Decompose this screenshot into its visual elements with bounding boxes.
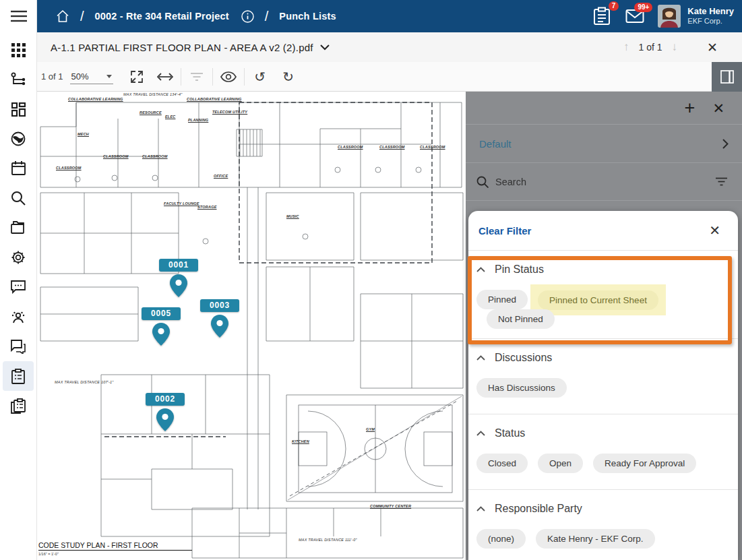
plan-room-label: KITCHEN (292, 439, 309, 443)
projects-folders-icon[interactable] (3, 213, 34, 243)
dashboard-icon[interactable] (3, 94, 34, 124)
filter-section-pin-status: Pin Status Pinned Pinned to Current Shee… (468, 251, 738, 339)
toolbar-page-indicator: 1 of 1 (41, 71, 63, 82)
rotate-right-icon[interactable]: ↻ (274, 63, 303, 90)
tasks-notification-icon[interactable]: 7 (593, 7, 611, 26)
breadcrumb-section[interactable]: Punch Lists (279, 11, 336, 22)
plan-annotations: COLLABORATIVE LEARNINGMAX TRAVEL DISTANC… (37, 92, 466, 560)
search-nav-icon[interactable] (3, 183, 34, 213)
mail-notification-icon[interactable]: 99+ (625, 8, 644, 24)
plan-room-label: CLASSROOM (142, 154, 168, 158)
plan-room-label: MAX TRAVEL DISTANCE 111'-0" (299, 538, 357, 542)
punch-pin-0002[interactable]: 0002 (146, 393, 185, 431)
filter-chip-none[interactable]: (none) (476, 529, 526, 549)
zoom-level-value: 50% (71, 71, 89, 82)
chip-row: Pinned Pinned to Current Sheet Not Pinne… (476, 290, 730, 329)
search-icon (476, 176, 489, 188)
punch-pin-0003[interactable]: 0003 (200, 299, 239, 338)
team-icon[interactable] (3, 302, 34, 332)
sidebar-nav (0, 35, 36, 421)
filter-chip-not-pinned[interactable]: Not Pinned (487, 309, 555, 329)
section-title: Status (495, 427, 525, 439)
chevron-up-icon (476, 506, 485, 511)
filter-chip-kate-henry[interactable]: Kate Henry - EKF Corp. (536, 529, 655, 549)
plan-room-label: STORAGE (197, 205, 217, 209)
project-info-icon[interactable] (241, 10, 254, 23)
filter-chip-pinned-to-current-sheet[interactable]: Pinned to Current Sheet (538, 290, 658, 310)
app-window: / 0002 - Rte 304 Retail Project / Punch … (0, 0, 742, 560)
prev-document-icon[interactable]: ↑ (623, 40, 629, 54)
filter-pins-icon[interactable] (183, 63, 211, 90)
home-icon[interactable] (56, 9, 69, 23)
close-panel-icon[interactable]: ✕ (712, 101, 724, 115)
apps-grid-icon[interactable] (3, 35, 34, 65)
plan-canvas[interactable]: COLLABORATIVE LEARNINGMAX TRAVEL DISTANC… (37, 92, 466, 560)
settings-gear-icon[interactable] (3, 243, 34, 272)
punch-pin-0005[interactable]: 0005 (142, 307, 181, 346)
user-menu[interactable]: Kate Henry EKF Corp. (658, 5, 734, 28)
left-sidebar (0, 0, 37, 560)
saved-view-label: Default (479, 138, 722, 150)
fit-width-icon[interactable] (151, 63, 179, 90)
chip-row: Has Discussions (476, 378, 730, 398)
pin-id-label: 0005 (142, 307, 181, 320)
section-header-discussions[interactable]: Discussions (476, 352, 730, 364)
workflow-icon[interactable] (3, 65, 34, 94)
zoom-level-select[interactable]: 50% (70, 69, 113, 84)
hamburger-menu-icon[interactable] (0, 0, 37, 32)
chat-bubbles-icon[interactable] (3, 332, 34, 361)
app-header: / 0002 - Rte 304 Retail Project / Punch … (37, 0, 742, 32)
globe-icon[interactable] (3, 124, 34, 154)
section-header-pin-status[interactable]: Pin Status (476, 263, 730, 276)
side-panel-toggle-button[interactable] (712, 62, 742, 92)
comment-dots-icon[interactable] (3, 272, 34, 302)
map-pin-icon (211, 315, 228, 338)
fit-page-icon[interactable] (123, 63, 151, 90)
document-title-dropdown[interactable]: A-1.1 PARTIAL FIRST FLOOR PLAN - AREA A … (51, 42, 330, 53)
panel-search-row (466, 163, 742, 201)
clear-filter-button[interactable]: Clear Filter (478, 225, 709, 237)
filter-funnel-icon[interactable] (716, 177, 727, 186)
punch-list-icon[interactable] (3, 361, 34, 391)
plan-footer: CODE STUDY PLAN - FIRST FLOOR 1/16" = 1'… (38, 541, 192, 556)
filter-section-discussions: Discussions Has Discussions (468, 339, 738, 414)
chevron-right-icon (722, 139, 729, 149)
filter-chip-has-discussions[interactable]: Has Discussions (476, 378, 567, 398)
chevron-up-icon (476, 267, 485, 272)
plan-room-label: CLASSROOM (56, 166, 82, 170)
calendar-icon[interactable] (3, 154, 34, 183)
document-titlebar: A-1.1 PARTIAL FIRST FLOOR PLAN - AREA A … (37, 32, 742, 62)
map-pin-icon (156, 408, 174, 431)
punch-pin-0001[interactable]: 0001 (159, 259, 198, 297)
tasks-badge: 7 (609, 1, 619, 11)
punch-list-panel: + ✕ Default Clear Filter ✕ Pin Status (466, 92, 742, 560)
plan-room-label: MUSIC (286, 214, 299, 218)
next-document-icon[interactable]: ↓ (672, 40, 678, 54)
add-punch-icon[interactable]: + (685, 99, 695, 117)
breadcrumb-project[interactable]: 0002 - Rte 304 Retail Project (95, 11, 229, 22)
rotate-left-icon[interactable]: ↺ (246, 63, 274, 90)
section-header-status[interactable]: Status (476, 427, 730, 439)
filter-chip-pinned[interactable]: Pinned (476, 290, 528, 309)
filter-chip-ready-for-approval[interactable]: Ready For Approval (593, 454, 696, 473)
plan-room-label: OFFICE (214, 174, 228, 178)
section-title: Pin Status (495, 263, 544, 276)
filter-chip-open[interactable]: Open (538, 454, 583, 473)
section-header-responsible-party[interactable]: Responsible Party (476, 503, 730, 515)
filter-chip-closed[interactable]: Closed (476, 454, 528, 473)
plan-room-label: COLLABORATIVE LEARNING (68, 97, 123, 101)
saved-view-row[interactable]: Default (466, 125, 742, 163)
map-pin-icon (170, 274, 187, 297)
plan-room-label: TELECOM UTILITY (212, 110, 247, 114)
close-filter-icon[interactable]: ✕ (709, 222, 720, 239)
visibility-eye-icon[interactable] (214, 63, 243, 90)
plan-room-label: CLASSROOM (379, 145, 405, 149)
close-document-icon[interactable]: ✕ (707, 40, 718, 55)
plan-room-label: MAX TRAVEL DISTANCE 134'-4" (123, 92, 182, 96)
mail-badge: 99+ (634, 3, 652, 12)
search-input[interactable] (495, 177, 716, 187)
section-title: Discussions (495, 352, 552, 364)
punch-list-copy-icon[interactable] (3, 391, 34, 421)
chip-row: Closed Open Ready For Approval (476, 454, 730, 473)
pin-id-label: 0003 (200, 299, 239, 312)
